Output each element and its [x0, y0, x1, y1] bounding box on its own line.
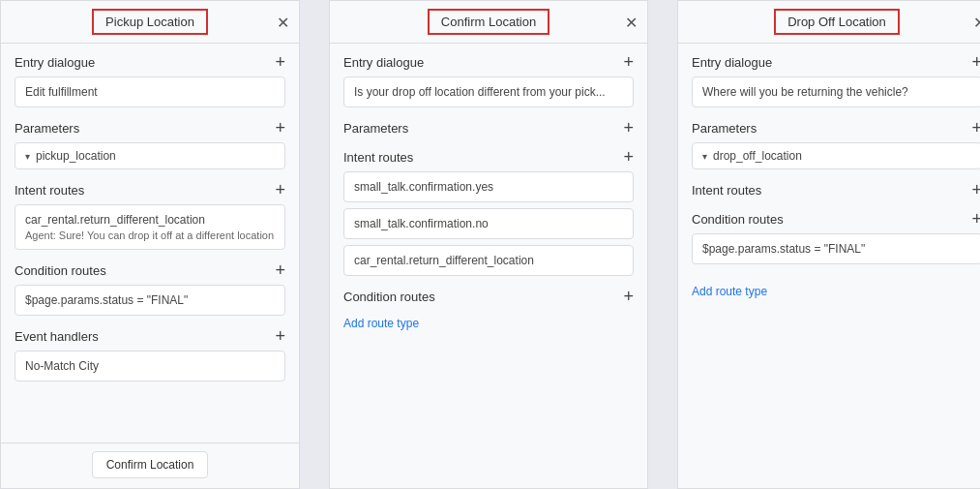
confirm-parameters-section: Parameters + — [343, 119, 634, 137]
dropoff-intent-routes-add-button[interactable]: + — [971, 181, 980, 199]
dropoff-add-route-button[interactable]: Add route type — [692, 279, 767, 304]
pickup-intent-route-1-name: car_rental.return_different_location — [25, 213, 275, 227]
dropoff-panel-header: Drop Off Location ✕ — [678, 1, 980, 44]
pickup-location-panel: Pickup Location ✕ Entry dialogue + Edit … — [0, 0, 300, 489]
confirm-condition-routes-add-button[interactable]: + — [623, 288, 634, 305]
pickup-condition-routes-section: Condition routes + $page.params.status =… — [15, 261, 285, 316]
confirm-condition-routes-label: Condition routes — [343, 290, 435, 304]
pickup-parameters-section: Parameters + ▾ pickup_location — [15, 119, 285, 169]
dropoff-parameters-add-button[interactable]: + — [971, 119, 980, 137]
dropoff-intent-routes-section: Intent routes + — [692, 181, 980, 199]
pickup-intent-routes-label: Intent routes — [15, 183, 84, 198]
pickup-intent-routes-section: Intent routes + car_rental.return_differ… — [15, 181, 285, 250]
dropoff-entry-text[interactable]: Where will you be returning the vehicle? — [692, 76, 980, 107]
pickup-parameters-header: Parameters + — [15, 119, 285, 137]
confirm-parameters-label: Parameters — [343, 121, 408, 136]
dropoff-intent-routes-header: Intent routes + — [692, 181, 980, 199]
dropoff-condition-routes-add-button[interactable]: + — [971, 210, 980, 228]
confirm-entry-text[interactable]: Is your drop off location different from… — [343, 76, 634, 107]
confirm-intent-route-3-name: car_rental.return_different_location — [354, 254, 623, 267]
pickup-intent-routes-add-button[interactable]: + — [275, 181, 285, 199]
pickup-event-handlers-section: Event handlers + No-Match City — [15, 327, 285, 382]
confirm-entry-add-button[interactable]: + — [623, 53, 634, 71]
confirm-entry-section: Entry dialogue + Is your drop off locati… — [343, 53, 634, 107]
dropoff-entry-add-button[interactable]: + — [971, 53, 980, 71]
confirm-location-panel: Confirm Location ✕ Entry dialogue + Is y… — [329, 0, 648, 489]
pickup-parameters-add-button[interactable]: + — [275, 119, 285, 137]
dropoff-intent-routes-label: Intent routes — [692, 183, 761, 198]
pickup-intent-routes-header: Intent routes + — [15, 181, 285, 199]
confirm-parameters-header: Parameters + — [343, 119, 634, 137]
dropoff-condition-routes-header: Condition routes + — [692, 210, 980, 228]
confirm-panel-header: Confirm Location ✕ — [330, 1, 647, 44]
dropoff-panel-title: Drop Off Location — [774, 9, 900, 35]
confirm-intent-routes-section: Intent routes + small_talk.confirmation.… — [343, 148, 634, 276]
dropoff-parameters-header: Parameters + — [692, 119, 980, 137]
dropoff-condition-routes-section: Condition routes + $page.params.status =… — [692, 210, 980, 304]
pickup-param-name: pickup_location — [36, 149, 116, 163]
dropoff-location-panel: Drop Off Location ✕ Entry dialogue + Whe… — [677, 0, 980, 489]
pickup-event-handlers-add-button[interactable]: + — [275, 327, 285, 345]
confirm-entry-header: Entry dialogue + — [343, 53, 634, 71]
confirm-intent-route-1[interactable]: small_talk.confirmation.yes — [343, 171, 634, 202]
confirm-add-route-button[interactable]: Add route type — [343, 311, 419, 336]
pickup-panel-header: Pickup Location ✕ — [1, 1, 299, 44]
pickup-intent-route-1-sub: Agent: Sure! You can drop it off at a di… — [25, 229, 275, 241]
pickup-event-handlers-label: Event handlers — [15, 329, 99, 344]
confirm-entry-label: Entry dialogue — [343, 55, 424, 70]
dropoff-param-item[interactable]: ▾ drop_off_location — [692, 142, 980, 169]
confirm-intent-routes-header: Intent routes + — [343, 148, 634, 166]
pickup-entry-text[interactable]: Edit fulfillment — [15, 76, 285, 107]
confirm-panel-title: Confirm Location — [428, 9, 549, 35]
confirm-condition-routes-section: Condition routes + Add route type — [343, 288, 634, 336]
confirm-parameters-add-button[interactable]: + — [623, 119, 634, 137]
dropoff-parameters-section: Parameters + ▾ drop_off_location — [692, 119, 980, 169]
confirm-intent-routes-add-button[interactable]: + — [623, 148, 634, 166]
chevron-down-icon: ▾ — [702, 151, 707, 162]
pickup-param-item[interactable]: ▾ pickup_location — [15, 142, 285, 169]
pickup-intent-route-1[interactable]: car_rental.return_different_location Age… — [15, 204, 285, 250]
pickup-condition-routes-add-button[interactable]: + — [275, 261, 285, 279]
confirm-close-button[interactable]: ✕ — [625, 13, 638, 31]
confirm-intent-route-2-name: small_talk.confirmation.no — [354, 217, 623, 230]
chevron-down-icon: ▾ — [25, 151, 30, 162]
dropoff-entry-label: Entry dialogue — [692, 55, 772, 70]
pickup-entry-section: Entry dialogue + Edit fulfillment — [15, 53, 285, 107]
pickup-event-handlers-header: Event handlers + — [15, 327, 285, 345]
dropoff-condition-routes-label: Condition routes — [692, 212, 784, 227]
pickup-parameters-label: Parameters — [15, 121, 79, 136]
pickup-condition-routes-label: Condition routes — [15, 263, 106, 278]
dropoff-param-name: drop_off_location — [713, 149, 802, 163]
confirm-condition-routes-header: Condition routes + — [343, 288, 634, 305]
dropoff-entry-header: Entry dialogue + — [692, 53, 980, 71]
confirm-intent-route-1-name: small_talk.confirmation.yes — [354, 180, 623, 194]
confirm-intent-route-3[interactable]: car_rental.return_different_location — [343, 245, 634, 276]
pickup-entry-label: Entry dialogue — [15, 55, 95, 70]
pickup-panel-body: Entry dialogue + Edit fulfillment Parame… — [1, 44, 299, 443]
confirm-panel-body: Entry dialogue + Is your drop off locati… — [330, 44, 647, 488]
dropoff-close-button[interactable]: ✕ — [973, 13, 980, 31]
dropoff-entry-section: Entry dialogue + Where will you be retur… — [692, 53, 980, 107]
dropoff-condition-1[interactable]: $page.params.status = "FINAL" — [692, 233, 980, 264]
dropoff-parameters-label: Parameters — [692, 121, 757, 136]
pickup-event-1[interactable]: No-Match City — [15, 351, 285, 382]
dropoff-panel-body: Entry dialogue + Where will you be retur… — [678, 44, 980, 488]
pickup-condition-routes-header: Condition routes + — [15, 261, 285, 279]
confirm-intent-route-2[interactable]: small_talk.confirmation.no — [343, 208, 634, 239]
confirm-intent-routes-label: Intent routes — [343, 150, 413, 165]
pickup-footer-link[interactable]: Confirm Location — [92, 451, 209, 478]
pickup-close-button[interactable]: ✕ — [277, 13, 289, 31]
pickup-condition-1[interactable]: $page.params.status = "FINAL" — [15, 285, 285, 316]
pickup-panel-title: Pickup Location — [92, 9, 208, 35]
pickup-entry-header: Entry dialogue + — [15, 53, 285, 71]
pickup-panel-footer: Confirm Location — [1, 443, 299, 488]
pickup-entry-add-button[interactable]: + — [275, 53, 285, 71]
